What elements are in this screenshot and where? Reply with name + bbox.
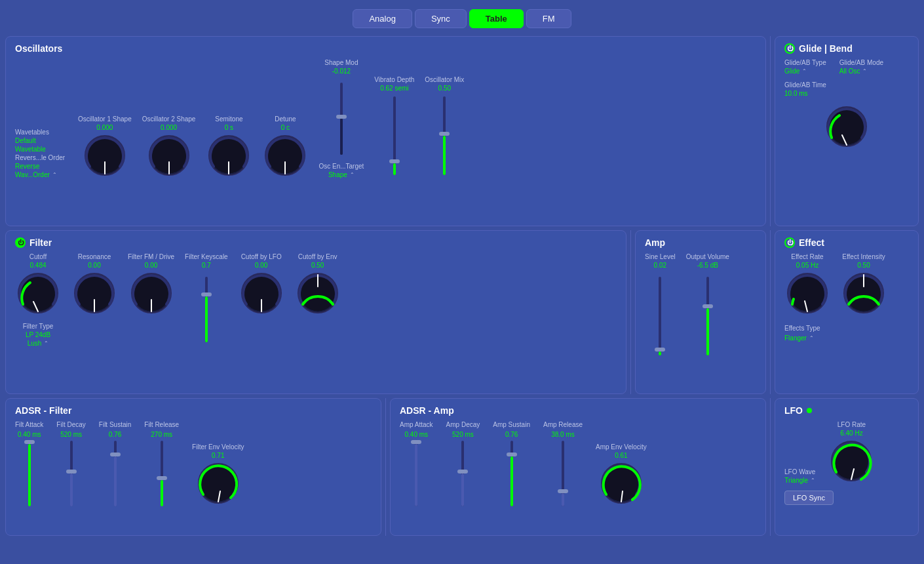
filt-sustain-value: 0.76 — [109, 431, 121, 438]
semitone-value: 0 s — [225, 124, 233, 131]
effect-rate-knob[interactable] — [784, 270, 830, 316]
filt-attack-group: Filt Attack 0.40 ms — [15, 421, 43, 506]
effects-type-label: Effects Type — [784, 325, 820, 332]
lfo-rate-label: LFO Rate — [837, 421, 866, 428]
glide-time-knob[interactable] — [824, 104, 870, 150]
shape-mod-value: -0.012 — [332, 68, 351, 75]
amp-release-value: 38.0 ms — [551, 431, 575, 438]
lfo-sync-section: LFO Sync — [784, 484, 909, 505]
shape-mod-slider[interactable] — [340, 83, 343, 155]
divider-top — [770, 36, 771, 226]
lfo-wave-value[interactable]: Triangle ⌃ — [784, 477, 815, 484]
output-volume-group: Output Volume -6.5 dB — [686, 253, 729, 355]
filt-decay-label: Filt Decay — [56, 421, 85, 428]
detune-group: Detune 0 c — [262, 115, 308, 178]
effects-type-value[interactable]: Flanger ⌃ — [784, 334, 909, 342]
glide-mode-item: Glide/AB Mode All Osc ⌃ — [839, 59, 883, 75]
lfo-rate-knob[interactable] — [828, 438, 874, 484]
filter-env-vel-knob[interactable] — [195, 460, 241, 506]
glide-type-item: Glide/AB Type Glide ⌃ — [784, 59, 826, 75]
amp-release-slider[interactable] — [562, 441, 564, 506]
oscillators-header: Oscillators — [15, 43, 756, 54]
vibrato-depth-slider[interactable] — [393, 96, 396, 175]
filt-decay-slider[interactable] — [70, 441, 73, 506]
osc1-shape-knob[interactable] — [82, 132, 128, 178]
fm-drive-knob[interactable] — [128, 270, 174, 316]
effect-controls: Effect Rate 0.05 Hz — [784, 253, 909, 316]
wavetables-value1[interactable]: Default — [15, 137, 67, 144]
glide-power-icon[interactable]: ⏻ — [784, 43, 795, 54]
amp-decay-label: Amp Decay — [446, 421, 480, 428]
cutoff-label: Cutoff — [29, 253, 47, 260]
amp-env-vel-knob[interactable] — [598, 460, 644, 506]
filt-attack-value: 0.40 ms — [18, 431, 41, 438]
keyscale-label: Filter Keyscale — [185, 253, 228, 260]
semitone-group: Semitone 0 s — [206, 115, 252, 178]
filt-release-slider[interactable] — [161, 441, 163, 506]
filt-attack-slider[interactable] — [28, 441, 31, 506]
sine-level-label: Sine Level — [645, 253, 676, 260]
amp-attack-slider[interactable] — [415, 441, 417, 506]
lfo-sync-button[interactable]: LFO Sync — [784, 491, 834, 505]
amp-decay-slider[interactable] — [461, 441, 464, 506]
filter-type-value[interactable]: LP 24dB — [26, 331, 50, 338]
tab-table[interactable]: Table — [469, 9, 524, 28]
osc2-shape-value: 0.000 — [161, 124, 177, 131]
sine-level-group: Sine Level 0.02 — [645, 253, 676, 355]
effect-power-icon[interactable]: ⏻ — [784, 237, 795, 248]
osc2-shape-knob[interactable] — [146, 132, 192, 178]
glide-mode-value[interactable]: All Osc ⌃ — [839, 68, 883, 75]
filter-env-vel-value: 0.71 — [212, 452, 224, 459]
amp-header: Amp — [645, 237, 756, 248]
filt-decay-group: Filt Decay 520 ms — [56, 421, 85, 506]
detune-knob[interactable] — [262, 132, 308, 178]
divider-mid2 — [770, 230, 771, 394]
filt-release-label: Filt Release — [144, 421, 179, 428]
effect-intensity-knob[interactable] — [841, 270, 887, 316]
lfo-wave-group: LFO Wave Triangle ⌃ — [784, 468, 815, 484]
tab-sync[interactable]: Sync — [415, 9, 467, 28]
tab-fm[interactable]: FM — [526, 9, 571, 28]
detune-value: 0 c — [281, 124, 290, 131]
vibrato-depth-value: 0.62 semi — [380, 85, 408, 92]
filter-type-sub[interactable]: Lush ⌃ — [28, 340, 49, 347]
semitone-knob[interactable] — [206, 132, 252, 178]
glide-header: ⏻ Glide | Bend — [784, 43, 909, 54]
lfo-panel: LFO LFO Wave Triangle ⌃ LFO Rate — [775, 398, 919, 536]
amp-title: Amp — [645, 237, 665, 248]
amp-sustain-slider[interactable] — [510, 441, 513, 506]
adsr-amp-header: ADSR - Amp — [400, 405, 756, 416]
reverse-value[interactable]: Reverse — [15, 163, 67, 170]
effect-header: ⏻ Effect — [784, 237, 909, 248]
osc-mix-label: Oscillator Mix — [425, 76, 464, 83]
cutoff-env-knob[interactable] — [295, 270, 341, 316]
osc-mix-slider[interactable] — [443, 96, 446, 175]
sine-level-slider[interactable] — [659, 277, 661, 355]
glide-type-value[interactable]: Glide ⌃ — [784, 68, 826, 75]
sine-level-value: 0.02 — [654, 262, 666, 269]
filter-power-icon[interactable]: ⏻ — [15, 237, 26, 248]
filt-sustain-slider[interactable] — [114, 441, 117, 506]
amp-sustain-value: 0.76 — [505, 431, 518, 438]
osc1-shape-label: Oscillator 1 Shape — [78, 115, 132, 123]
adsr-filter-header: ADSR - Filter — [15, 405, 372, 416]
amp-env-vel-group: Amp Env Velocity 0.61 — [596, 443, 647, 506]
wav-order-value[interactable]: Wav...Order ⌃ — [15, 171, 67, 178]
main-container: Analog Sync Table FM Oscillators Wavetab… — [0, 0, 924, 564]
tab-analog[interactable]: Analog — [353, 9, 412, 28]
resonance-value: 0.00 — [88, 262, 100, 269]
wavetables-value2[interactable]: Wavetable — [15, 146, 67, 153]
filter-controls: Cutoff 0.484 Filter — [15, 253, 617, 347]
effect-intensity-label: Effect Intensity — [842, 253, 885, 260]
output-volume-slider[interactable] — [706, 277, 709, 355]
filt-attack-label: Filt Attack — [15, 421, 43, 428]
amp-attack-value: 0.40 ms — [405, 431, 429, 438]
divider-bot2 — [770, 398, 771, 536]
keyscale-slider[interactable] — [205, 277, 208, 342]
cutoff-knob[interactable] — [15, 270, 61, 316]
effect-rate-value: 0.05 Hz — [796, 262, 818, 269]
cutoff-lfo-knob[interactable] — [239, 270, 284, 316]
resonance-group: Resonance 0.00 — [71, 253, 117, 316]
resonance-knob[interactable] — [71, 270, 117, 316]
amp-sustain-label: Amp Sustain — [493, 421, 530, 428]
